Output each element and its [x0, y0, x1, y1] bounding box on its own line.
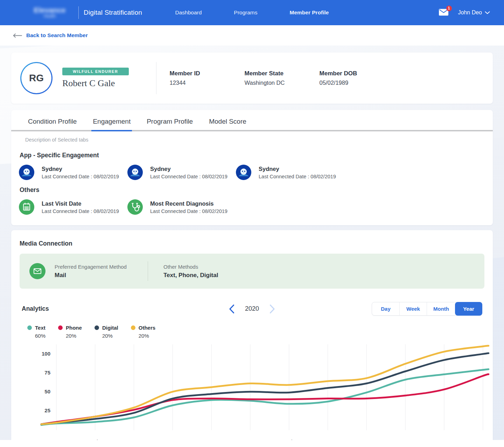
notification-badge: 1	[446, 6, 452, 11]
legend-item-digital: Digital 20%	[94, 325, 118, 339]
member-name: Robert C Gale	[62, 78, 129, 89]
engagement-line-chart: 255075100JanFebMarAprMayJunJulAugSepOctN…	[20, 341, 496, 447]
bottom-strip	[0, 440, 504, 447]
media-analytics-card: Media Connection Preferred Engagement Me…	[11, 230, 493, 447]
legend-dot	[58, 325, 63, 330]
other-methods-label: Other Methods	[163, 264, 218, 270]
logo-subtext: Health	[27, 14, 72, 18]
legend-percent: 20%	[66, 333, 82, 339]
user-name: John Deo	[458, 9, 482, 16]
nav-item-programs[interactable]: Programs	[234, 9, 257, 16]
app-last-connected: Last Connected Date : 08/02/2019	[42, 174, 119, 179]
top-nav-bar: Elevance Health Digital Stratification D…	[0, 0, 504, 25]
nav-item-member-profile[interactable]: Member Profile	[290, 9, 329, 16]
legend-dot	[131, 325, 135, 330]
arrow-left-icon	[13, 33, 22, 38]
avatar-initials: RG	[21, 63, 51, 93]
svg-text:25: 25	[44, 407, 50, 413]
app-engagement-heading: App - Specific Engagement	[11, 143, 493, 159]
legend-label: Text	[35, 325, 46, 331]
app-engagement-item: Sydney Last Connected Date : 08/02/2019	[19, 165, 127, 180]
legend-label: Digital	[102, 325, 118, 331]
other-methods-value: Text, Phone, Digital	[163, 272, 218, 279]
previous-year-button[interactable]	[229, 304, 234, 314]
main-nav: Dashboard Programs Member Profile	[175, 9, 329, 16]
other-item-last-connected: Last Connected Date : 08/02/2019	[42, 208, 119, 214]
tab-model-score[interactable]: Model Score	[209, 118, 246, 131]
other-engagement-item: Last Visit Date Last Connected Date : 08…	[19, 199, 127, 215]
tab-program-profile[interactable]: Program Profile	[147, 118, 193, 131]
divider	[148, 261, 148, 281]
legend-percent: 20%	[139, 333, 155, 339]
member-id-value: 12344	[170, 80, 245, 86]
media-connection-heading: Media Connection	[20, 239, 484, 247]
header-divider	[78, 6, 79, 19]
divider	[156, 62, 156, 94]
legend-item-others: Others 20%	[131, 325, 155, 339]
tabs-underline	[11, 130, 493, 131]
company-logo[interactable]: Elevance Health	[27, 7, 72, 18]
other-item-name: Most Recent Diagnosis	[150, 200, 227, 207]
app-title: Digital Stratification	[84, 9, 142, 16]
app-last-connected: Last Connected Date : 08/02/2019	[150, 174, 227, 179]
range-week-button[interactable]: Week	[399, 302, 427, 315]
tab-description: Description of Selected tabs	[11, 131, 493, 143]
profile-tabs: Condition Profile Engagement Program Pro…	[11, 110, 493, 131]
notifications-button[interactable]: 1	[439, 8, 449, 18]
app-name: Sydney	[150, 166, 227, 172]
user-menu[interactable]: John Deo	[458, 9, 490, 16]
member-dob-label: Member DOB	[320, 70, 394, 77]
app-last-connected: Last Connected Date : 08/02/2019	[259, 174, 336, 179]
range-year-button[interactable]: Year	[455, 302, 482, 316]
legend-label: Phone	[66, 325, 82, 331]
chevron-right-icon	[270, 304, 275, 314]
back-link-label: Back to Search Member	[26, 32, 88, 39]
svg-text:100: 100	[42, 351, 50, 357]
preferred-method-field: Preferred Engagement Method Mail	[55, 264, 127, 279]
analytics-heading: Analytics	[22, 305, 49, 312]
legend-item-phone: Phone 20%	[58, 325, 82, 339]
app-name: Sydney	[259, 166, 336, 172]
sydney-app-icon	[19, 165, 34, 180]
other-methods-field: Other Methods Text, Phone, Digital	[163, 264, 218, 279]
other-item-name: Last Visit Date	[42, 200, 119, 207]
range-day-button[interactable]: Day	[372, 302, 399, 315]
logo-text: Elevance	[34, 6, 65, 14]
selected-year: 2020	[245, 305, 259, 312]
preferred-method-label: Preferred Engagement Method	[55, 264, 127, 270]
stethoscope-icon	[127, 199, 143, 215]
other-item-last-connected: Last Connected Date : 08/02/2019	[150, 208, 227, 214]
member-id-field: Member ID 12344	[170, 70, 245, 86]
others-heading: Others	[11, 181, 493, 194]
legend-percent: 20%	[102, 333, 118, 339]
year-navigation: 2020	[229, 304, 275, 314]
member-id-label: Member ID	[170, 70, 245, 77]
back-to-search-link[interactable]: Back to Search Member	[13, 32, 88, 39]
member-persona-badge: WILFULL ENDURER	[62, 68, 129, 75]
range-selector: Day Week Month Year	[372, 302, 482, 316]
back-row: Back to Search Member	[0, 25, 504, 46]
sydney-app-icon	[236, 165, 251, 180]
svg-text:75: 75	[44, 370, 50, 376]
preferred-method-value: Mail	[55, 272, 127, 279]
engagement-card: Condition Profile Engagement Program Pro…	[11, 110, 493, 225]
member-state-label: Member State	[245, 70, 320, 77]
chevron-down-icon	[485, 11, 490, 14]
media-connection-panel: Preferred Engagement Method Mail Other M…	[20, 254, 484, 289]
calendar-icon	[19, 199, 34, 215]
member-state-field: Member State Washington DC	[245, 70, 320, 86]
app-engagement-item: Sydney Last Connected Date : 08/02/2019	[127, 165, 236, 180]
svg-text:50: 50	[44, 388, 50, 394]
range-month-button[interactable]: Month	[427, 302, 455, 315]
avatar: RG	[20, 62, 52, 94]
tab-condition-profile[interactable]: Condition Profile	[28, 118, 77, 131]
legend-dot	[27, 325, 32, 330]
chevron-left-icon	[229, 304, 234, 314]
nav-item-dashboard[interactable]: Dashboard	[175, 9, 202, 16]
next-year-button[interactable]	[270, 304, 275, 314]
legend-label: Others	[139, 325, 155, 331]
app-name: Sydney	[42, 166, 119, 172]
legend-dot	[94, 325, 99, 330]
member-summary-card: RG WILFULL ENDURER Robert C Gale Member …	[11, 53, 493, 104]
tab-engagement[interactable]: Engagement	[93, 118, 131, 131]
